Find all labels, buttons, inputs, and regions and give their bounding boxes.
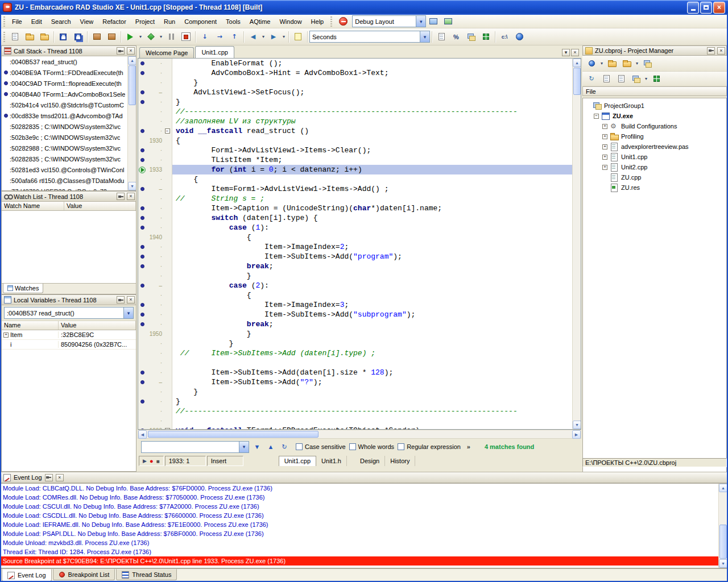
chevron-down-icon[interactable]: ▾ xyxy=(416,16,425,27)
tab-list-dropdown-icon[interactable]: ▾ xyxy=(562,49,570,56)
code-line[interactable]: · // Item->SubItems->Add (daten[i].type)… xyxy=(138,348,573,358)
search-combo[interactable]: ▾ xyxy=(141,441,249,453)
filter-button[interactable] xyxy=(640,57,654,70)
sync-editor-button[interactable]: ↻ xyxy=(585,72,598,86)
event-log-scrollbar[interactable]: ▲ ▼ xyxy=(718,484,727,568)
run-without-debugging-button[interactable] xyxy=(144,30,158,44)
open-file-button[interactable] xyxy=(23,30,36,44)
regions-button[interactable] xyxy=(464,30,478,44)
pin-button[interactable] xyxy=(117,193,125,200)
editor-tab-welcome-page[interactable]: Welcome Page xyxy=(139,47,194,58)
expand-all-button[interactable] xyxy=(599,72,613,86)
code-line[interactable]: – AdvListView1->SetFocus(); xyxy=(138,88,573,97)
close-panel-button[interactable]: × xyxy=(127,193,135,200)
toolbar-grip[interactable] xyxy=(3,32,5,42)
code-line[interactable]: ·} xyxy=(138,397,573,406)
code-line[interactable]: · break; xyxy=(138,261,573,271)
code-line[interactable]: · case (1): xyxy=(138,223,573,232)
checkbox-case-sensitive[interactable] xyxy=(296,443,303,450)
call-stack-item[interactable]: :500afa66 rtl150.@Classes@TDataModu xyxy=(2,175,127,186)
tree-node-zu-exe[interactable]: −ZU.exe xyxy=(583,111,726,121)
code-line[interactable]: · Item->Caption = (UnicodeString)(char*)… xyxy=(138,203,573,213)
code-line[interactable]: · AdvComboBox1->Hint = AdvComboBox1->Tex… xyxy=(138,68,573,78)
macro-stop-icon[interactable]: ■ xyxy=(156,458,160,464)
value-column[interactable]: Value xyxy=(59,321,136,330)
menu-file[interactable]: File xyxy=(7,15,27,28)
minimize-button[interactable] xyxy=(687,2,699,14)
new-items-button[interactable] xyxy=(8,30,22,44)
editor-hscrollbar[interactable]: ◀ ▶ xyxy=(138,430,581,439)
report-button[interactable] xyxy=(435,30,448,44)
pin-button[interactable] xyxy=(45,474,53,481)
remove-dropdown-icon[interactable]: ▾ xyxy=(634,57,640,70)
code-line[interactable]: ·−void __fastcall read_struct () xyxy=(138,126,573,136)
status-tab-unit1-cpp[interactable]: Unit1.cpp xyxy=(279,456,316,466)
close-panel-button[interactable]: × xyxy=(56,474,64,481)
menu-window[interactable]: Window xyxy=(275,15,306,28)
toolbar-grip[interactable] xyxy=(3,16,5,27)
code-line[interactable]: 1960−void __fastcall TForm1::FDDreadExec… xyxy=(138,426,573,430)
package-button[interactable] xyxy=(90,30,104,44)
code-line[interactable]: · } xyxy=(138,387,573,397)
call-stack-item[interactable]: :50281ed3 vcl150.@Controls@TWinConl xyxy=(2,164,127,175)
close-panel-button[interactable]: × xyxy=(127,47,135,55)
scroll-down-icon[interactable]: ▼ xyxy=(719,559,727,568)
status-tab-design[interactable]: Design xyxy=(355,456,385,466)
call-stack-item[interactable]: :00cd833e tmsd2011.@Advcombo@TAd xyxy=(2,110,127,121)
tree-node-zu-res[interactable]: ZU.res xyxy=(583,182,726,193)
tree-node-profiling[interactable]: +Profiling xyxy=(583,131,726,142)
call-stack-item[interactable]: :50282835 ; C:\WINDOWS\system32\vc xyxy=(2,153,127,164)
code-line[interactable]: · Item->SubItems->Add("subprogram"); xyxy=(138,310,573,319)
code-line[interactable]: · xyxy=(138,358,573,368)
menu-aqtime[interactable]: AQtime xyxy=(245,15,275,28)
tree-node-build-configurations[interactable]: +Build Configurations xyxy=(583,121,726,131)
close-panel-button[interactable]: × xyxy=(717,47,725,55)
code-line[interactable]: · } xyxy=(138,339,573,348)
call-stack-item[interactable]: :77d48709 USER32.GetDC + 0x72 xyxy=(2,186,127,190)
close-button[interactable]: × xyxy=(713,2,725,14)
code-line[interactable]: · } xyxy=(138,271,573,281)
tree-node-advexplorertreeview-pas[interactable]: +advexplorertreeview.pas xyxy=(583,142,726,152)
name-column[interactable]: Name xyxy=(2,321,59,330)
pin-button[interactable] xyxy=(117,47,125,55)
find-previous-button[interactable]: ▲ xyxy=(265,441,276,452)
run-dropdown-icon[interactable]: ▾ xyxy=(138,30,143,44)
status-tab-history[interactable]: History xyxy=(385,456,415,466)
call-stack-item[interactable]: :50282835 ; C:\WINDOWS\system32\vc xyxy=(2,121,127,132)
call-stack-item[interactable]: :502b3e9c ; C:\WINDOWS\system32\vc xyxy=(2,132,127,143)
menu-tools[interactable]: Tools xyxy=(221,15,245,28)
menu-component[interactable]: Component xyxy=(180,15,221,28)
project-manager-header[interactable]: ZU.cbproj - Project Manager × xyxy=(582,45,727,56)
aqtime-counter-combo[interactable]: Seconds ▾ xyxy=(309,31,430,43)
code-line[interactable]: · Form1->AdvListView1->Items->Clear(); xyxy=(138,146,573,155)
toolbar-grip[interactable] xyxy=(330,16,332,27)
collapse-icon[interactable]: − xyxy=(594,114,599,119)
event-log-header[interactable]: Event Log × xyxy=(0,472,728,483)
code-line[interactable]: 1940 { xyxy=(138,232,573,242)
code-line[interactable]: · { xyxy=(138,290,573,300)
fold-collapse-icon[interactable]: − xyxy=(164,426,172,430)
desktop-layout-combo[interactable]: Debug Layout ▾ xyxy=(352,15,426,27)
bottom-tab-thread-status[interactable]: Thread Status xyxy=(116,569,177,580)
code-line[interactable]: ·// String s = ; xyxy=(138,194,573,203)
code-editor[interactable]: · EnableFormat ();· AdvComboBox1->Hint =… xyxy=(138,58,581,430)
code-line[interactable]: – Item->SubItems->Add("?"); xyxy=(138,377,573,387)
expand-icon[interactable]: + xyxy=(602,155,607,160)
tree-node-unit2-cpp[interactable]: +Unit2.cpp xyxy=(583,162,726,172)
remove-file-button[interactable] xyxy=(620,57,634,70)
code-line[interactable]: · Item->SubItems->Add(daten[i].size * 12… xyxy=(138,368,573,377)
code-line[interactable]: · Item->ImageIndex=2; xyxy=(138,242,573,252)
tree-node-projectgroup1[interactable]: ProjectGroup1 xyxy=(583,101,726,111)
open-project-button[interactable] xyxy=(38,30,51,44)
tree-node-zu-cpp[interactable]: ZU.cpp xyxy=(583,172,726,182)
activate-project-button[interactable] xyxy=(585,57,598,70)
forward-history-dropdown-icon[interactable]: ▾ xyxy=(281,30,287,44)
checkbox-regular-expression[interactable] xyxy=(398,443,404,450)
save-button[interactable] xyxy=(56,30,70,44)
watch-list-header[interactable]: Watch List - Thread 1108 × xyxy=(2,192,136,202)
bottom-tab-breakpoint-list[interactable]: Breakpoint List xyxy=(53,569,115,580)
pause-button[interactable] xyxy=(164,30,178,44)
code-line[interactable]: 1933 for (int i = 0; i < datenanz; i++) xyxy=(138,165,573,174)
code-line[interactable]: 1930{ xyxy=(138,136,573,146)
run-button[interactable] xyxy=(123,30,137,44)
